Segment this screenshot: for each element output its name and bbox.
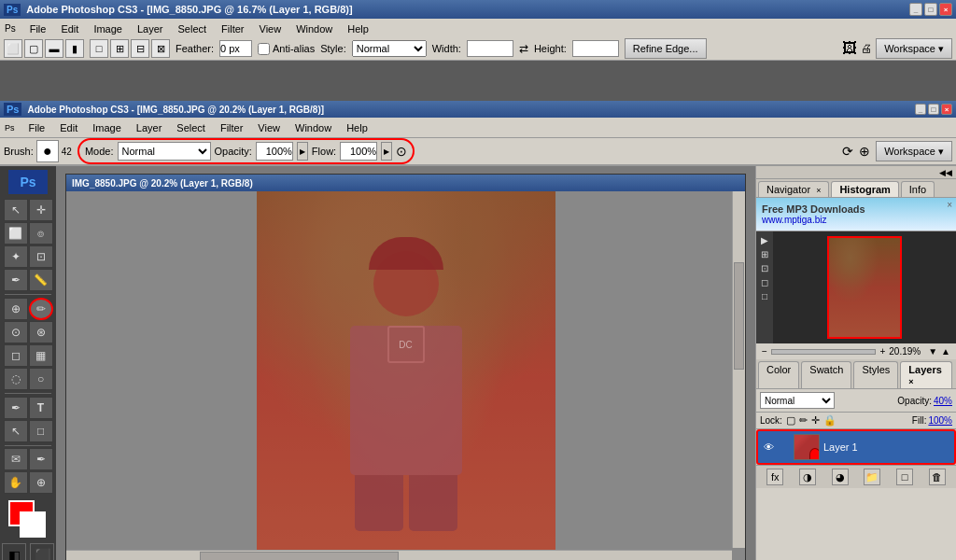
tab-swatch[interactable]: Swatch: [801, 361, 851, 388]
select-shape-single-col[interactable]: ▮: [65, 39, 84, 58]
icon-2-back[interactable]: 🖨: [861, 42, 872, 55]
canvas-scrollbar-vertical[interactable]: [732, 191, 745, 548]
lock-image-icon[interactable]: ✏: [799, 414, 808, 427]
select-new[interactable]: □: [90, 39, 108, 58]
menu-window[interactable]: Window: [288, 120, 339, 135]
tool-zoom[interactable]: ⊕: [29, 471, 53, 494]
zoom-minus[interactable]: −: [762, 346, 767, 357]
airbrush-toggle[interactable]: ⊙: [396, 144, 407, 159]
zoom-100-icon[interactable]: ⊕: [859, 144, 870, 159]
menu-filter[interactable]: Filter: [213, 120, 250, 135]
zoom-slider[interactable]: [771, 349, 877, 355]
menu-view[interactable]: View: [250, 120, 288, 135]
tool-marquee[interactable]: ⬜: [4, 222, 28, 245]
select-subtract[interactable]: ⊟: [131, 39, 149, 58]
height-input[interactable]: [572, 40, 619, 57]
tool-hand[interactable]: ✋: [4, 471, 28, 494]
menu-layer-back[interactable]: Layer: [130, 21, 171, 36]
refine-edge-button[interactable]: Refine Edge...: [625, 38, 707, 59]
tool-heal[interactable]: ⊕: [4, 298, 28, 320]
zoom-triangle-1[interactable]: ▼: [928, 346, 937, 357]
lock-transparent-icon[interactable]: ▢: [786, 414, 795, 427]
tool-eyedropper2[interactable]: ✒: [29, 448, 53, 470]
delete-layer-button[interactable]: 🗑: [929, 469, 946, 485]
select-shape-rect[interactable]: ⬜: [4, 39, 22, 58]
tool-eyedropper[interactable]: ✒: [4, 269, 28, 291]
canvas-scrollbar-horizontal[interactable]: [66, 550, 732, 560]
tab-styles[interactable]: Styles: [853, 361, 898, 388]
maximize-btn-back[interactable]: □: [924, 3, 937, 16]
fx-button[interactable]: fx: [766, 469, 783, 485]
tool-dodge[interactable]: ○: [29, 368, 53, 390]
icon-1-back[interactable]: 🖼: [842, 40, 857, 57]
nav-tool-2[interactable]: ⊞: [761, 249, 768, 259]
workspace-button[interactable]: Workspace ▾: [876, 141, 952, 161]
antialias-checkbox[interactable]: [258, 43, 270, 55]
tool-pen[interactable]: ✒: [4, 397, 28, 419]
close-layers-tab[interactable]: ×: [908, 377, 913, 386]
feather-input[interactable]: [219, 40, 252, 57]
nav-tool-1[interactable]: ▶: [761, 235, 768, 245]
tab-histogram[interactable]: Histogram: [831, 181, 898, 197]
tool-path-select[interactable]: ↖: [4, 420, 28, 442]
style-select[interactable]: Normal: [352, 40, 427, 57]
menu-filter-back[interactable]: Filter: [214, 21, 251, 36]
tool-gradient[interactable]: ▦: [29, 344, 53, 367]
v-scroll-thumb[interactable]: [734, 262, 744, 370]
menu-image-back[interactable]: Image: [86, 21, 130, 36]
tab-color[interactable]: Color: [758, 361, 799, 388]
opacity-arrow[interactable]: ▶: [297, 142, 308, 161]
canvas-rotation-icon[interactable]: ⟳: [842, 144, 853, 159]
select-add[interactable]: ⊞: [110, 39, 129, 58]
tab-info[interactable]: Info: [901, 181, 935, 197]
blend-mode-select[interactable]: Normal Multiply: [760, 392, 835, 409]
maximize-btn-main[interactable]: □: [928, 104, 939, 115]
ad-close-btn[interactable]: ×: [947, 200, 952, 210]
tool-clone[interactable]: ⊙: [4, 321, 28, 343]
tool-eraser[interactable]: ◻: [4, 344, 28, 367]
canvas-content[interactable]: DC @haryanto7496: [66, 191, 745, 560]
menu-image[interactable]: Image: [85, 120, 129, 135]
menu-help[interactable]: Help: [339, 120, 375, 135]
tool-ruler[interactable]: 📏: [29, 269, 53, 291]
opacity-value-layers[interactable]: 40%: [934, 396, 952, 406]
new-layer-button[interactable]: □: [896, 469, 913, 485]
quick-mask-btn[interactable]: ◧: [2, 543, 26, 560]
minimize-btn-back[interactable]: _: [909, 3, 922, 16]
tool-blur[interactable]: ◌: [4, 368, 28, 390]
menu-select-back[interactable]: Select: [170, 21, 214, 36]
select-shape-single-row[interactable]: ▬: [45, 39, 63, 58]
brush-preview[interactable]: ●: [36, 140, 59, 162]
panel-collapse-btn[interactable]: ◀◀: [939, 168, 952, 177]
menu-view-back[interactable]: View: [252, 21, 289, 36]
layer-item-1[interactable]: 👁 Layer 1: [756, 429, 956, 465]
swap-dimensions-icon[interactable]: ⇄: [519, 42, 528, 55]
select-intersect[interactable]: ⊠: [151, 39, 170, 58]
background-color[interactable]: [20, 511, 46, 538]
fill-value[interactable]: 100%: [928, 415, 952, 426]
menu-edit-back[interactable]: Edit: [53, 21, 86, 36]
tool-magic-wand[interactable]: ✦: [4, 245, 28, 268]
add-mask-button[interactable]: ◑: [799, 469, 816, 485]
width-input[interactable]: [467, 40, 513, 57]
flow-arrow[interactable]: ▶: [381, 142, 392, 161]
minimize-btn-main[interactable]: _: [915, 104, 926, 115]
tab-layers[interactable]: Layers ×: [900, 361, 952, 388]
menu-help-back[interactable]: Help: [340, 21, 376, 36]
tool-brush[interactable]: ✏: [29, 298, 53, 320]
menu-edit[interactable]: Edit: [52, 120, 85, 135]
flow-input[interactable]: [340, 142, 377, 161]
zoom-triangle-2[interactable]: ▲: [941, 346, 950, 357]
workspace-btn-back[interactable]: Workspace ▾: [876, 38, 952, 59]
tab-navigator[interactable]: Navigator ×: [758, 181, 829, 197]
h-scroll-thumb[interactable]: [200, 552, 400, 560]
tool-shape[interactable]: □: [29, 420, 53, 442]
menu-window-back[interactable]: Window: [288, 21, 340, 36]
menu-file-back[interactable]: File: [22, 21, 54, 36]
mode-select[interactable]: Normal Multiply Screen: [118, 142, 211, 161]
adjustment-button[interactable]: ◕: [832, 469, 849, 485]
tool-crop[interactable]: ⊡: [29, 245, 53, 268]
menu-layer[interactable]: Layer: [129, 120, 170, 135]
tool-type[interactable]: T: [29, 397, 53, 419]
close-navigator-tab[interactable]: ×: [816, 186, 821, 195]
